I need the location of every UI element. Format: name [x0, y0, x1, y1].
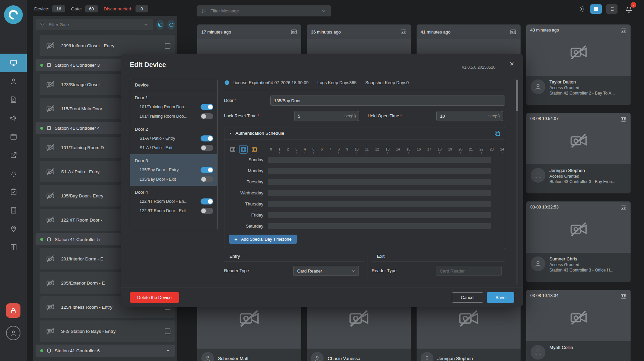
device-label: 101/Training Room Doo... [140, 105, 187, 109]
sidebar-item-records[interactable] [0, 91, 27, 109]
event-card[interactable]: 43 minutes ago Taylor Dalton Access Gran… [526, 24, 631, 105]
door-group-title: Door 4 [130, 189, 217, 197]
grid-view-button[interactable] [590, 4, 602, 14]
logs-keep-label: Logs Keep Days [317, 80, 349, 85]
event-card[interactable]: 03-08 10:13:34 Myatt Collin [526, 290, 631, 361]
gate-item-checkbox[interactable] [165, 43, 170, 49]
gate-list-item[interactable]: 209/Uniform Closet - Entry [40, 35, 175, 56]
camera-off-icon [348, 307, 370, 329]
sidebar-item-export[interactable] [0, 146, 27, 164]
sidebar-item-stations[interactable] [0, 201, 27, 220]
device-enable-toggle[interactable] [201, 198, 213, 204]
schedule-mode-device-button[interactable] [239, 145, 248, 154]
close-icon[interactable]: × [507, 60, 516, 68]
settings-gear-icon[interactable] [579, 5, 586, 13]
hour-label: 6 [321, 147, 323, 154]
device-row[interactable]: 101/Training Room Doo... [130, 112, 217, 121]
sidebar-item-monitoring[interactable] [0, 54, 27, 72]
topbar-actions: 2 [579, 4, 634, 14]
event-feed: 43 minutes ago Taylor Dalton Access Gran… [526, 24, 631, 361]
device-row[interactable]: 135/Bay Door - Exit [130, 175, 217, 184]
access-status: Access Granted [549, 262, 613, 267]
held-open-input[interactable] [437, 114, 488, 119]
door-group[interactable]: Door 2 S1-A / Patio - Entry S1-A / Patio… [130, 123, 217, 154]
schedule-timeline-bar[interactable] [268, 168, 491, 174]
gate-item-checkbox[interactable] [165, 328, 170, 334]
alarm-button[interactable]: 2 [625, 4, 634, 14]
device-enable-toggle[interactable] [201, 167, 213, 173]
device-row[interactable]: 122 /IT Room Door - Exit [130, 206, 217, 216]
device-enable-toggle[interactable] [201, 135, 213, 141]
schedule-timeline-bar[interactable] [268, 190, 491, 196]
filter-gate-dropdown[interactable]: Filter Gate [36, 19, 153, 30]
sidebar-item-users[interactable] [0, 72, 27, 91]
event-card[interactable]: 03-08 10:32:53 Sumner Chris Access Grant… [526, 201, 631, 282]
gate-icon [10, 243, 17, 251]
sidebar-item-notifications[interactable] [0, 164, 27, 183]
day-label: Friday [228, 213, 268, 218]
sidebar-item-doors[interactable] [0, 238, 27, 256]
lock-reset-input[interactable] [294, 114, 344, 119]
device-row[interactable]: 122 /IT Room Door - En... [130, 197, 217, 206]
device-row[interactable]: S1-A / Patio - Exit [130, 143, 217, 153]
schedule-timeline-bar[interactable] [268, 157, 491, 163]
sidebar-item-schedule[interactable] [0, 127, 27, 146]
door-group[interactable]: Door 1 101/Training Room Doo... 101/Trai… [130, 91, 217, 123]
filter-message-dropdown[interactable]: Filter Message [197, 5, 331, 16]
camera-off-icon [569, 220, 588, 239]
door-name-input[interactable] [271, 98, 505, 103]
refresh-icon [169, 22, 174, 27]
hour-tick [357, 152, 357, 154]
person-name: Myatt Collin [549, 345, 573, 350]
event-card-header: 17 minutes ago [197, 24, 301, 39]
gate-list-item[interactable]: S-2/ Station to Bays - Entry [40, 320, 175, 342]
door-field-row: Door* [224, 96, 505, 106]
device-enable-toggle[interactable] [201, 104, 213, 110]
schedule-timeline-bar[interactable] [268, 201, 491, 207]
device-row[interactable]: 101/Training Room Doo... [130, 102, 217, 112]
gate-group-header[interactable]: Station 41 Controller 6 [36, 345, 175, 357]
device-enable-toggle[interactable] [201, 176, 213, 182]
event-card[interactable]: 03-08 10:54:07 Jernigan Stephen Access G… [526, 113, 631, 193]
scrollbar-thumb[interactable] [516, 80, 518, 111]
device-row[interactable]: 135/Bay Door - Entry [130, 165, 217, 175]
device-enable-toggle[interactable] [201, 208, 213, 214]
schedule-timeline-bar[interactable] [268, 223, 491, 229]
entry-reader-type-select[interactable]: Card Reader [293, 266, 359, 276]
lockdown-button[interactable] [6, 303, 20, 318]
schedule-timeline-bar[interactable] [268, 179, 491, 185]
schedule-mode-table-button[interactable] [228, 145, 237, 154]
device-enable-toggle[interactable] [201, 113, 213, 119]
refresh-button[interactable] [167, 20, 175, 30]
modal-scrollbar[interactable] [516, 79, 518, 285]
table-icon [251, 146, 257, 153]
event-time: 03-08 10:54:07 [530, 116, 558, 121]
grid-icon [593, 6, 599, 12]
batch-select-button[interactable] [156, 20, 164, 30]
delete-device-button[interactable]: Delete the Device [130, 292, 179, 303]
door-group[interactable]: Door 3 135/Bay Door - Entry 135/Bay Door… [130, 154, 217, 186]
camera-off-icon [40, 254, 61, 263]
door-group[interactable]: Door 4 122 /IT Room Door - En... 122 /IT… [130, 186, 217, 217]
chevron-down-icon [351, 269, 356, 273]
cancel-button[interactable]: Cancel [452, 292, 483, 303]
sidebar-item-map[interactable] [0, 220, 27, 238]
schedule-mode-special-button[interactable] [250, 145, 258, 154]
lock-reset-unit: sec(s) [344, 114, 359, 118]
add-special-day-button[interactable]: + Add Special Day Timezone [229, 235, 297, 244]
schedule-header[interactable]: Authentication Schedule [224, 127, 505, 139]
license-label: License Expiration [232, 80, 268, 85]
list-view-button[interactable] [606, 4, 618, 14]
device-row[interactable]: S1-A / Patio - Entry [130, 134, 217, 143]
pin-icon [10, 225, 17, 233]
device-enable-toggle[interactable] [201, 145, 213, 151]
schedule-timeline-bar[interactable] [268, 212, 491, 218]
person-name: Jernigan Stephen [549, 168, 615, 173]
door-field-label: Door* [224, 98, 236, 103]
save-button[interactable]: Save [487, 292, 514, 303]
sidebar-item-tasks[interactable] [0, 183, 27, 201]
user-avatar[interactable] [6, 326, 20, 340]
copy-schedule-icon[interactable] [494, 130, 501, 137]
sidebar-item-broadcast[interactable] [0, 109, 27, 127]
held-open-unit: sec(s) [488, 114, 503, 118]
